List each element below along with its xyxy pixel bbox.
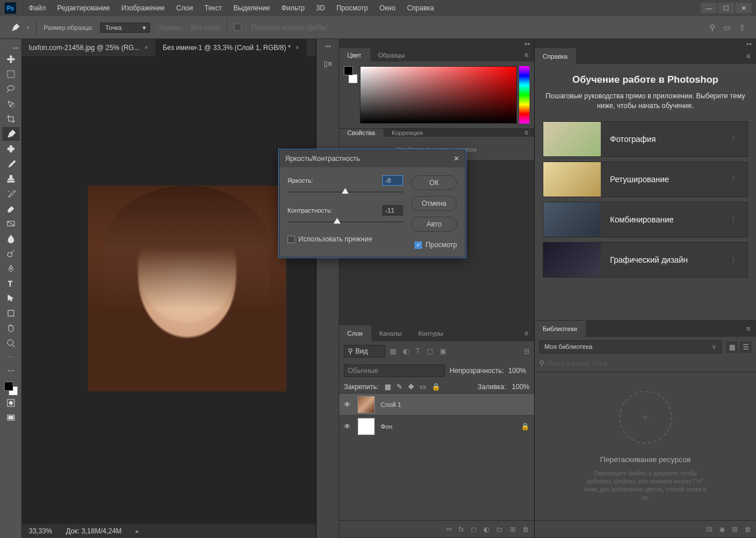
menu-edit[interactable]: Редактирование bbox=[52, 0, 116, 16]
add-content-icon[interactable]: ⊞ bbox=[732, 525, 738, 533]
link-layers-icon[interactable]: ⚯ bbox=[446, 525, 452, 533]
gradient-tool[interactable] bbox=[2, 217, 20, 230]
adjustments-tab[interactable]: Коррекция bbox=[383, 129, 431, 137]
path-select-tool[interactable] bbox=[2, 291, 20, 305]
new-layer-icon[interactable]: ⊞ bbox=[510, 525, 516, 533]
history-dock-icon[interactable]: ▯≡ bbox=[319, 55, 336, 72]
layer-thumbnail[interactable] bbox=[358, 396, 375, 413]
dialog-close-icon[interactable]: ✕ bbox=[454, 155, 459, 163]
lock-all-icon[interactable]: 🔒 bbox=[432, 383, 440, 391]
close-tab-icon[interactable]: × bbox=[296, 44, 300, 52]
grid-view-icon[interactable]: ▦ bbox=[726, 341, 738, 353]
cancel-button[interactable]: Отмена bbox=[411, 196, 457, 211]
panel-menu-icon[interactable]: ≡ bbox=[740, 321, 756, 337]
pen-tool[interactable] bbox=[2, 262, 20, 275]
share-icon[interactable]: ⇪ bbox=[739, 23, 746, 32]
layer-name[interactable]: Слой 1 bbox=[381, 401, 401, 408]
cloud-icon[interactable]: ◉ bbox=[719, 525, 725, 533]
layer-mask-icon[interactable]: ◻ bbox=[471, 525, 477, 533]
filter-pixel-icon[interactable]: ▦ bbox=[390, 347, 396, 355]
contrast-input[interactable]: -11 bbox=[382, 205, 403, 216]
close-tab-icon[interactable]: × bbox=[144, 44, 148, 52]
menu-3d[interactable]: 3D bbox=[310, 0, 331, 16]
list-view-icon[interactable]: ☰ bbox=[740, 341, 751, 353]
menu-view[interactable]: Просмотр bbox=[331, 0, 374, 16]
menu-window[interactable]: Окно bbox=[374, 0, 401, 16]
quick-mask-tool[interactable] bbox=[2, 396, 20, 410]
brush-tool[interactable] bbox=[2, 157, 20, 171]
color-picker[interactable] bbox=[344, 66, 529, 124]
show-ring-checkbox[interactable] bbox=[234, 24, 241, 31]
shape-tool[interactable] bbox=[2, 306, 20, 320]
visibility-icon[interactable]: 👁 bbox=[344, 401, 352, 409]
panel-menu-icon[interactable]: ≡ bbox=[740, 48, 756, 64]
doc-size[interactable]: Док: 3,18M/4,24M bbox=[66, 527, 122, 535]
stock-icon[interactable]: St bbox=[706, 525, 712, 533]
filter-adjust-icon[interactable]: ◐ bbox=[403, 347, 409, 355]
close-button[interactable]: ✕ bbox=[735, 3, 751, 13]
blend-mode-select[interactable]: Обычные bbox=[344, 364, 445, 377]
lasso-tool[interactable] bbox=[2, 82, 20, 96]
swatches-tab[interactable]: Образцы bbox=[370, 48, 413, 62]
color-swatches[interactable] bbox=[4, 382, 18, 395]
dodge-tool[interactable] bbox=[2, 247, 20, 260]
menu-layers[interactable]: Слои bbox=[171, 0, 199, 16]
filter-shape-icon[interactable]: ▢ bbox=[427, 347, 433, 355]
eyedropper-tool[interactable] bbox=[2, 127, 20, 141]
menu-help[interactable]: Справка bbox=[401, 0, 440, 16]
sample-size-select[interactable]: Точка bbox=[100, 22, 150, 33]
help-tab[interactable]: Справка bbox=[535, 48, 576, 64]
color-tab[interactable]: Цвет bbox=[339, 48, 370, 62]
learn-card-design[interactable]: Графический дизайн〉 bbox=[543, 242, 748, 278]
filter-smart-icon[interactable]: ▣ bbox=[440, 347, 446, 355]
brightness-input[interactable]: -8 bbox=[382, 175, 403, 186]
properties-tab[interactable]: Свойства bbox=[339, 129, 383, 137]
blur-tool[interactable] bbox=[2, 232, 20, 245]
canvas-area[interactable] bbox=[22, 56, 316, 524]
contrast-slider[interactable] bbox=[287, 219, 403, 225]
visibility-icon[interactable]: 👁 bbox=[344, 422, 352, 431]
menu-select[interactable]: Выделение bbox=[228, 0, 276, 16]
auto-button[interactable]: Авто bbox=[411, 217, 457, 232]
heal-tool[interactable] bbox=[2, 142, 20, 156]
panel-menu-icon[interactable]: ≡ bbox=[519, 325, 534, 341]
history-brush-tool[interactable] bbox=[2, 187, 20, 201]
stamp-tool[interactable] bbox=[2, 172, 20, 186]
minimize-button[interactable]: — bbox=[701, 3, 717, 13]
zoom-level[interactable]: 33,33% bbox=[29, 527, 52, 535]
learn-card-photo[interactable]: Фотография〉 bbox=[543, 121, 748, 157]
search-icon[interactable]: ⚲ bbox=[709, 23, 715, 32]
paths-tab[interactable]: Контуры bbox=[410, 325, 452, 341]
layer-thumbnail[interactable] bbox=[358, 418, 375, 435]
menu-image[interactable]: Изображение bbox=[116, 0, 171, 16]
filter-toggle[interactable]: ⊟ bbox=[524, 347, 529, 355]
panel-menu-icon[interactable]: ≡ bbox=[519, 48, 534, 62]
text-tool[interactable]: T bbox=[2, 276, 20, 290]
lock-artboard-icon[interactable]: ▭ bbox=[420, 383, 426, 391]
panel-collapse-icon[interactable]: ▸▸ bbox=[339, 39, 534, 48]
opacity-value[interactable]: 100% bbox=[508, 367, 526, 375]
layer-row-0[interactable]: 👁 Слой 1 bbox=[339, 393, 534, 415]
stock-search-input[interactable]: Поиск в Adobe Stock bbox=[547, 360, 607, 367]
document-tab-0[interactable]: luxfon.com-21458.jpg @ 25% (RG...× bbox=[22, 39, 156, 56]
delete-layer-icon[interactable]: 🗑 bbox=[523, 525, 529, 533]
lock-position-icon[interactable]: ✥ bbox=[408, 383, 414, 391]
channels-tab[interactable]: Каналы bbox=[371, 325, 410, 341]
toolbar-collapse-icon[interactable]: ▸▸ bbox=[12, 44, 20, 52]
new-adjustment-icon[interactable]: ◐ bbox=[483, 525, 489, 533]
panel-menu-icon[interactable]: ≡ bbox=[519, 129, 534, 137]
learn-card-combine[interactable]: Комбинирование〉 bbox=[543, 202, 748, 237]
layer-name[interactable]: Фон bbox=[381, 423, 393, 430]
preview-checkbox[interactable]: ✓ bbox=[415, 241, 422, 249]
use-legacy-checkbox[interactable] bbox=[287, 236, 295, 243]
library-drop-zone[interactable]: + Перетаскивание ресурсов Перетащите фай… bbox=[535, 372, 756, 520]
filter-text-icon[interactable]: T bbox=[416, 347, 420, 355]
zoom-tool[interactable] bbox=[2, 336, 20, 350]
hand-tool[interactable] bbox=[2, 321, 20, 335]
maximize-button[interactable]: ☐ bbox=[718, 3, 734, 13]
layer-filter-select[interactable]: ⚲Вид bbox=[344, 345, 385, 358]
dock-collapse-icon[interactable]: ◂◂ bbox=[321, 41, 334, 51]
delete-icon[interactable]: 🗑 bbox=[745, 525, 751, 533]
layers-tab[interactable]: Слои bbox=[339, 325, 371, 341]
library-select[interactable]: Моя библиотека bbox=[539, 340, 722, 353]
